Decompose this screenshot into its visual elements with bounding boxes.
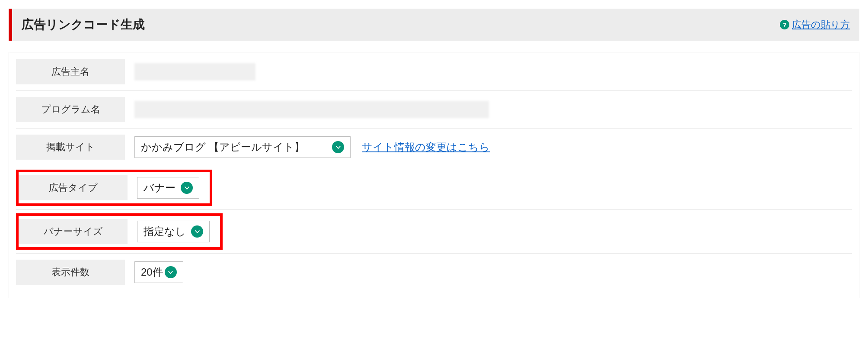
chevron-down-icon xyxy=(181,182,193,194)
site-label: 掲載サイト xyxy=(16,135,125,160)
program-value xyxy=(134,101,489,118)
help-area: ? 広告の貼り方 xyxy=(780,18,850,31)
bannersize-label: バナーサイズ xyxy=(19,219,128,244)
row-program: プログラム名 xyxy=(16,90,852,128)
bannersize-select-text: 指定なし xyxy=(144,225,186,238)
highlight-adtype: 広告タイプ バナー xyxy=(16,170,212,206)
row-bannersize: バナーサイズ 指定なし xyxy=(16,209,852,253)
row-adtype: 広告タイプ バナー xyxy=(16,166,852,209)
bannersize-select[interactable]: 指定なし xyxy=(137,221,210,242)
chevron-down-icon xyxy=(332,141,344,153)
row-site: 掲載サイト かかみブログ 【アピールサイト】 サイト情報の変更はこちら xyxy=(16,128,852,166)
program-label: プログラム名 xyxy=(16,97,125,122)
row-advertiser: 広告主名 xyxy=(16,53,852,90)
highlight-bannersize: バナーサイズ 指定なし xyxy=(16,213,223,250)
form-panel: 広告主名 プログラム名 掲載サイト かかみブログ 【アピールサイト】 サイト情報… xyxy=(9,52,859,298)
adtype-select[interactable]: バナー xyxy=(137,177,199,199)
advertiser-value xyxy=(134,63,255,80)
chevron-down-icon xyxy=(191,225,203,238)
page-title: 広告リンクコード生成 xyxy=(22,16,145,33)
count-select-text: 20件 xyxy=(141,265,163,279)
help-icon: ? xyxy=(780,20,789,29)
adtype-label: 広告タイプ xyxy=(19,175,128,200)
redacted-text xyxy=(134,63,255,80)
help-link[interactable]: 広告の貼り方 xyxy=(792,18,850,31)
site-change-link[interactable]: サイト情報の変更はこちら xyxy=(362,140,490,154)
chevron-down-icon xyxy=(165,266,177,278)
site-select-text: かかみブログ 【アピールサイト】 xyxy=(141,140,305,154)
count-label: 表示件数 xyxy=(16,260,125,285)
adtype-select-text: バナー xyxy=(144,181,176,195)
advertiser-label: 広告主名 xyxy=(16,59,125,84)
page-header: 広告リンクコード生成 ? 広告の貼り方 xyxy=(9,9,859,41)
count-value-area: 20件 xyxy=(134,261,183,283)
site-value-area: かかみブログ 【アピールサイト】 サイト情報の変更はこちら xyxy=(134,136,490,158)
redacted-text xyxy=(134,101,489,118)
row-count: 表示件数 20件 xyxy=(16,253,852,291)
site-select[interactable]: かかみブログ 【アピールサイト】 xyxy=(134,136,351,158)
count-select[interactable]: 20件 xyxy=(134,261,183,283)
